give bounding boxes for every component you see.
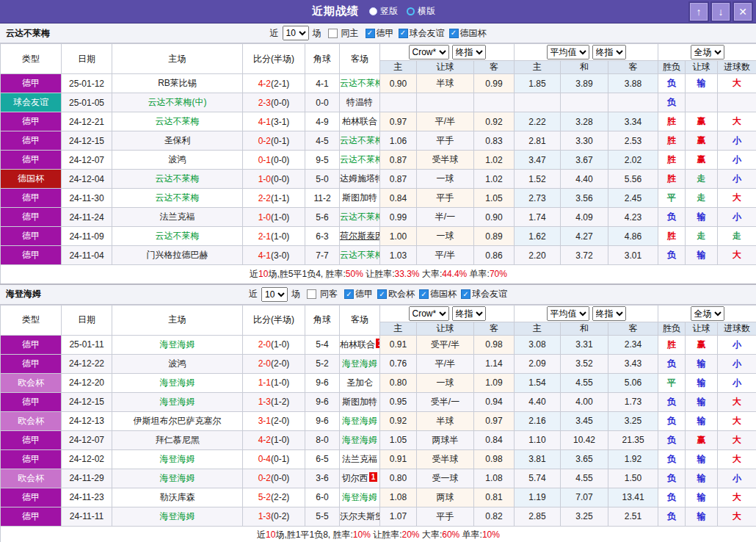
corner-cell: 9-6: [305, 373, 340, 392]
team-link[interactable]: 海登海姆: [160, 339, 195, 350]
avg-draw-cell: 10.42: [561, 430, 608, 449]
league-checkbox-德甲[interactable]: ✓德甲: [361, 27, 394, 40]
league-checkbox-德国杯[interactable]: ✓德国杯: [415, 288, 457, 300]
team-link[interactable]: 波鸿: [169, 358, 186, 369]
final-odds-select[interactable]: 终指: [452, 306, 486, 321]
odds-home-cell: 0.99: [380, 208, 417, 227]
team-link[interactable]: 云达不莱梅: [340, 212, 380, 222]
team-link[interactable]: 云达不莱梅(中): [148, 97, 207, 107]
handicap-result-cell: 赢: [686, 112, 718, 131]
team-link[interactable]: 法兰克福: [342, 454, 377, 464]
team-link[interactable]: 海登海姆: [160, 473, 195, 483]
league-checkbox-球会友谊[interactable]: ✓球会友谊: [394, 27, 445, 40]
league-checkbox-欧会杯[interactable]: ✓欧会杯: [373, 288, 415, 300]
team-link[interactable]: 云达不莱梅: [340, 78, 380, 88]
away-team-cell: 切尔西1: [340, 469, 380, 488]
recent-count-select[interactable]: 10: [283, 26, 309, 40]
halftime-score: (1-1): [271, 193, 289, 203]
team-link[interactable]: 云达不莱梅: [156, 116, 200, 126]
team-link[interactable]: 达姆施塔特: [340, 173, 380, 184]
avg-home-cell: 3.81: [515, 449, 561, 469]
team-link[interactable]: 斯图加特: [342, 192, 377, 203]
page-title: 近期战绩: [312, 4, 359, 18]
team-link[interactable]: 法兰克福: [160, 212, 195, 222]
team-link[interactable]: 荷尔斯泰因: [340, 231, 380, 241]
bookmaker-select[interactable]: Crow*: [409, 306, 449, 321]
team-link[interactable]: 波鸿: [169, 154, 186, 165]
bookmaker-select[interactable]: Crow*: [409, 45, 449, 59]
goals-result-cell: 大: [718, 507, 756, 526]
odds-home-cell: 1.08: [380, 488, 417, 507]
average-select[interactable]: 平均值: [547, 306, 589, 321]
team-link[interactable]: 云达不莱梅: [156, 192, 200, 203]
odds-away-cell: 1.08: [474, 469, 515, 488]
same-away-checkbox[interactable]: [307, 289, 316, 299]
radio-horizontal[interactable]: 横版: [407, 5, 435, 18]
average-select[interactable]: 平均值: [547, 45, 589, 59]
corner-cell: 0-0: [305, 93, 340, 112]
odds-away-cell: 1.09: [474, 373, 515, 392]
scroll-up-button[interactable]: ↑: [690, 3, 708, 21]
league-checkbox-德国杯[interactable]: ✓德国杯: [445, 27, 487, 40]
team-link[interactable]: 切尔西: [342, 473, 368, 483]
odds-away-cell: 0.92: [474, 112, 515, 131]
winlose-result-cell: 胜: [658, 335, 686, 354]
league-checkbox-球会友谊[interactable]: ✓球会友谊: [457, 288, 507, 300]
team-link[interactable]: 沃尔夫斯堡: [340, 511, 380, 521]
score-cell: 1-3(1-2): [243, 392, 305, 411]
team-link[interactable]: RB莱比锡: [158, 78, 197, 88]
avg-away-cell: 2.34: [608, 335, 658, 354]
radio-vertical[interactable]: 竖版: [369, 5, 398, 18]
recent-count-select[interactable]: 10: [261, 287, 288, 302]
bookmaker-header: Crow*终指: [380, 44, 515, 61]
team-link[interactable]: 云达不莱梅: [340, 135, 380, 145]
odds-handicap-cell: 受一球: [417, 469, 474, 488]
league-checkbox-label: 德甲: [377, 27, 394, 40]
avg-home-cell: 1.52: [515, 170, 561, 189]
team-link[interactable]: 云达不莱梅: [156, 231, 200, 241]
final-odds-select-2[interactable]: 终指: [592, 306, 626, 321]
team-link[interactable]: 海登海姆: [160, 397, 195, 407]
home-team-cell: 云达不莱梅(中): [112, 93, 243, 112]
team-link[interactable]: 海登海姆: [160, 377, 195, 388]
team-link[interactable]: 柏林联合: [342, 116, 377, 126]
team-link[interactable]: 勒沃库森: [160, 492, 195, 502]
handicap-result-cell: 输: [686, 74, 718, 93]
team-link[interactable]: 圣保利: [164, 135, 191, 145]
team-link[interactable]: 海登海姆: [342, 492, 377, 502]
team-link[interactable]: 海登海姆: [342, 358, 377, 369]
fulltime-score: 2-2: [258, 193, 271, 203]
team-link[interactable]: 海登海姆: [160, 511, 195, 521]
winlose-result-cell: 负: [658, 411, 686, 430]
team-link[interactable]: 拜仁慕尼黑: [156, 435, 200, 445]
scroll-down-button[interactable]: ↓: [712, 3, 730, 21]
checkbox-checked-icon: ✓: [461, 289, 470, 299]
close-button[interactable]: ✕: [734, 3, 752, 21]
team-link[interactable]: 云达不莱梅: [156, 173, 200, 184]
odds-home-cell: [380, 93, 417, 112]
fullmatch-select[interactable]: 全场: [691, 306, 724, 321]
team-link[interactable]: 特温特: [346, 97, 373, 107]
league-checkbox-德甲[interactable]: ✓德甲: [340, 288, 373, 300]
team-link[interactable]: 门兴格拉德巴赫: [147, 250, 208, 260]
avg-away-cell: 1.50: [608, 469, 658, 488]
fullmatch-select[interactable]: 全场: [691, 45, 724, 59]
team-link[interactable]: 柏林联合: [340, 339, 375, 350]
team-link[interactable]: 海登海姆: [342, 416, 377, 426]
avg-draw-cell: 4.55: [561, 469, 608, 488]
team-link[interactable]: 云达不莱梅: [340, 250, 380, 260]
team-link[interactable]: 云达不莱梅: [340, 154, 380, 165]
score-cell: 0-4(0-1): [243, 449, 305, 469]
away-team-cell: 特温特: [340, 93, 380, 112]
team-link[interactable]: 斯图加特: [342, 397, 377, 407]
team-link[interactable]: 海登海姆: [342, 435, 377, 445]
team-link[interactable]: 伊斯坦布尔巴萨克塞尔: [134, 416, 222, 426]
avg-home-cell: 2.73: [515, 189, 561, 208]
final-odds-select[interactable]: 终指: [452, 45, 486, 59]
score-cell: 4-1(3-0): [243, 246, 305, 265]
same-home-checkbox[interactable]: [328, 29, 338, 38]
final-odds-select-2[interactable]: 终指: [592, 45, 626, 59]
team-link[interactable]: 圣加仑: [346, 377, 373, 388]
avg-home-cell: 5.74: [515, 469, 561, 488]
team-link[interactable]: 海登海姆: [160, 454, 195, 464]
